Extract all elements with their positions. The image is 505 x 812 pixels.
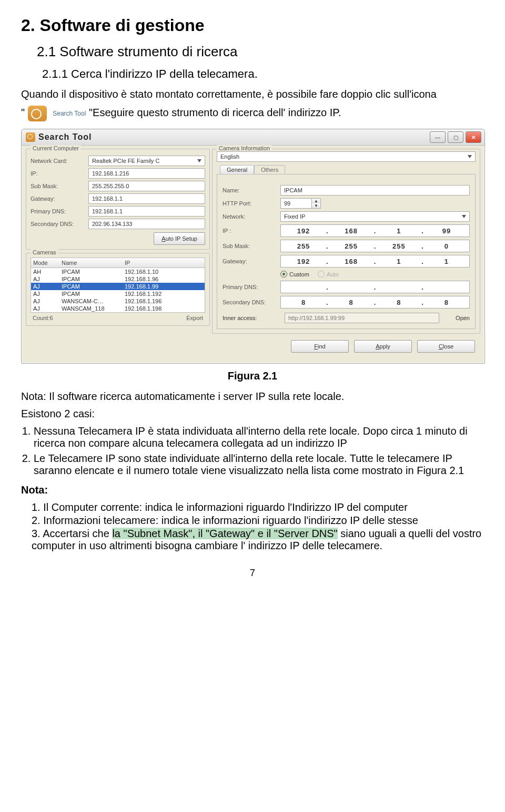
stepper-down-icon[interactable]: ▼ xyxy=(312,203,320,208)
camera-gateway-input[interactable]: 192.168.1.1 xyxy=(280,255,470,268)
inner-access-open-link[interactable]: Open xyxy=(443,315,470,321)
window-titlebar[interactable]: Search Tool — ▢ ✕ xyxy=(22,129,484,146)
note2-item-3: 3. Accertarsi che la "Subnet Mask", il "… xyxy=(32,528,484,552)
network-card-select[interactable]: Realtek PCIe FE Family C xyxy=(88,156,205,166)
computer-gateway-label: Gateway: xyxy=(31,196,88,202)
search-tool-window: Search Tool — ▢ ✕ Current Computer Netwo… xyxy=(21,129,485,364)
http-port-label: HTTP Port: xyxy=(223,200,280,207)
intro-text-tail: "Eseguire questo strumento di ricerca de… xyxy=(89,107,341,118)
camera-row[interactable]: AJIPCAM192.168.1.192 xyxy=(31,290,205,297)
tab-general-content: Name: IPCAM HTTP Port: 99 ▲▼ Network: Fi… xyxy=(217,174,476,329)
note2-item: 1. Il Computer corrente: indica le infor… xyxy=(32,501,484,513)
camera-name-input[interactable]: IPCAM xyxy=(280,185,470,196)
case-item: Nessuna Telecamera IP è stata individuat… xyxy=(34,425,484,449)
tabs: General Others xyxy=(220,165,476,174)
note-text: Nota: Il software ricerca automaticament… xyxy=(21,390,484,403)
camera-gateway-label: Gateway: xyxy=(223,258,280,264)
dns-custom-radio[interactable]: Custom xyxy=(280,271,309,277)
case-item: Le Telecamere IP sono state individuate … xyxy=(34,453,484,477)
intro-text-line2: " Search Tool "Eseguire questo strumento… xyxy=(21,106,484,121)
inner-access-label: Inner access: xyxy=(223,315,280,321)
cases-list: Nessuna Telecamera IP è stata individuat… xyxy=(34,425,484,477)
camera-row[interactable]: AHIPCAM192.168.1.10 xyxy=(31,268,205,275)
close-button[interactable]: Close xyxy=(417,340,475,353)
stepper-up-icon[interactable]: ▲ xyxy=(312,199,320,203)
camera-ip-input[interactable]: 192.168.1.99 xyxy=(280,224,470,237)
computer-ip-label: IP: xyxy=(31,170,88,177)
computer-primary-dns-input[interactable]: 192.168.1.1 xyxy=(88,206,205,217)
camera-submask-input[interactable]: 255.255.255.0 xyxy=(280,240,470,252)
computer-primary-dns-label: Primary DNS: xyxy=(31,208,88,214)
cameras-header[interactable]: Mode Name IP xyxy=(31,258,205,268)
note2-highlight: la "Subnet Mask", il "Gateway" e il "Ser… xyxy=(112,528,337,539)
computer-secondary-dns-label: Secondary DNS: xyxy=(31,221,88,227)
current-computer-group: Current Computer Network Card: Realtek P… xyxy=(26,149,210,250)
network-type-select[interactable]: Fixed IP xyxy=(280,211,470,222)
page-number: 7 xyxy=(21,568,484,579)
col-name: Name xyxy=(62,260,125,266)
dns-auto-radio: Auto xyxy=(318,271,339,277)
search-tool-icon-label: Search Tool xyxy=(53,110,86,117)
camera-info-group: Camera Information English General Other… xyxy=(212,149,480,334)
computer-secondary-dns-input[interactable]: 202.96.134.133 xyxy=(88,219,205,229)
network-type-label: Network: xyxy=(223,213,280,220)
current-computer-legend: Current Computer xyxy=(31,145,81,151)
cases-intro: Esistono 2 casi: xyxy=(21,408,484,420)
cameras-group: Cameras Mode Name IP AHIPCAM192.168.1.10… xyxy=(26,253,210,326)
window-maximize-button[interactable]: ▢ xyxy=(448,131,463,143)
camera-row[interactable]: AJWANSCAM_118192.168.1.198 xyxy=(31,305,205,312)
note2-item: 2. Informazioni telecamere: indica le in… xyxy=(32,515,484,527)
heading-1: 2. Software di gestione xyxy=(21,16,484,35)
col-ip: IP xyxy=(125,260,203,266)
cameras-export[interactable]: Export xyxy=(186,315,203,321)
window-minimize-button[interactable]: — xyxy=(430,131,446,143)
tab-others[interactable]: Others xyxy=(254,165,285,174)
camera-name-label: Name: xyxy=(223,187,280,193)
camera-secondary-dns-label: Secondary DNS: xyxy=(223,299,280,305)
camera-info-legend: Camera Information xyxy=(217,145,272,151)
camera-primary-dns-label: Primary DNS: xyxy=(223,284,280,290)
search-tool-app-icon xyxy=(28,106,47,121)
heading-3: 2.1.1 Cerca l'indirizzo IP della telecam… xyxy=(21,67,484,81)
window-close-button[interactable]: ✕ xyxy=(466,131,481,143)
cameras-list[interactable]: AHIPCAM192.168.1.10AJIPCAM192.168.1.96AJ… xyxy=(31,268,205,313)
camera-ip-label: IP : xyxy=(223,228,280,234)
computer-submask-input[interactable]: 255.255.255.0 xyxy=(88,181,205,191)
window-icon xyxy=(26,132,35,142)
language-select[interactable]: English xyxy=(217,151,476,162)
window-title: Search Tool xyxy=(38,132,92,142)
camera-row[interactable]: AJIPCAM192.168.1.96 xyxy=(31,275,205,283)
heading-2: 2.1 Software strumento di ricerca xyxy=(21,44,484,60)
auto-ip-setup-button[interactable]: Auto IP Setup xyxy=(154,232,205,245)
computer-submask-label: Sub Mask: xyxy=(31,183,88,189)
camera-row[interactable]: AJIPCAM192.168.1.99 xyxy=(31,283,205,290)
intro-text-line1: Quando il dispositivo è stato montato co… xyxy=(21,88,484,100)
col-mode: Mode xyxy=(33,260,62,266)
network-card-label: Network Card: xyxy=(31,158,88,164)
apply-button[interactable]: Apply xyxy=(354,340,412,353)
quote-open: " xyxy=(21,107,25,118)
cameras-count: Count:6 xyxy=(33,315,53,321)
camera-submask-label: Sub Mask: xyxy=(223,243,280,249)
computer-gateway-input[interactable]: 192.168.1.1 xyxy=(88,193,205,204)
camera-row[interactable]: AJWANSCAM-C…192.168.1.196 xyxy=(31,297,205,305)
tab-general[interactable]: General xyxy=(220,165,254,174)
inner-access-url: http://192.168.1.99:99 xyxy=(285,313,439,323)
cameras-legend: Cameras xyxy=(31,249,58,255)
computer-ip-input[interactable]: 192.168.1.216 xyxy=(88,168,205,179)
figure-caption: Figura 2.1 xyxy=(21,370,484,382)
dns-mode-radiogroup: Custom Auto xyxy=(280,271,470,277)
http-port-stepper[interactable]: 99 ▲▼ xyxy=(280,198,321,209)
camera-primary-dns-input[interactable]: ... xyxy=(280,281,470,293)
window-footer: Find Apply Close xyxy=(212,337,480,358)
note2-title: Nota: xyxy=(21,484,484,496)
find-button[interactable]: Find xyxy=(291,340,349,353)
camera-secondary-dns-input[interactable]: 8.8.8.8 xyxy=(280,296,470,309)
